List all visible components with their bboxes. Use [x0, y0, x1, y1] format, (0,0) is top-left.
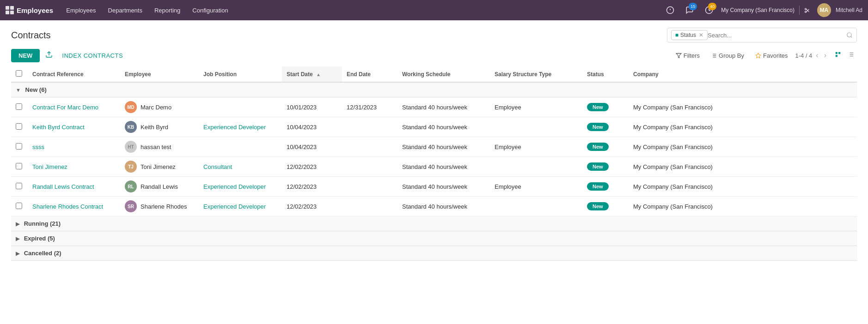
nav-configuration[interactable]: Configuration	[187, 4, 233, 17]
row-end	[342, 137, 397, 157]
groupby-button[interactable]: Group By	[707, 50, 748, 61]
table-row[interactable]: Toni Jimenez TJ Toni Jimenez Consultant …	[11, 157, 857, 177]
group-row[interactable]: ▶ Expired (5)	[11, 231, 857, 246]
top-menu: Employees Departments Reporting Configur…	[61, 4, 659, 17]
header-end[interactable]: End Date	[342, 66, 397, 82]
header-start[interactable]: Start Date ▲	[282, 66, 342, 82]
status-badge: New	[587, 103, 609, 111]
group-toggle-icon: ▶	[16, 236, 19, 241]
row-checkbox[interactable]	[16, 143, 22, 150]
group-row[interactable]: ▶ Cancelled (2)	[11, 246, 857, 261]
row-ref[interactable]: ssss	[28, 137, 120, 157]
support-icon-btn[interactable]	[663, 3, 678, 18]
job-link[interactable]: Consultant	[203, 163, 232, 170]
ref-link[interactable]: Randall Lewis Contract	[32, 183, 94, 190]
svg-rect-18	[838, 52, 840, 54]
group-row[interactable]: ▼ New (6)	[11, 82, 857, 97]
row-checkbox[interactable]	[16, 183, 22, 189]
header-company[interactable]: Company	[629, 66, 857, 82]
row-salary	[490, 197, 582, 216]
job-link[interactable]: Experienced Developer	[203, 124, 266, 131]
table-row[interactable]: Contract For Marc Demo MD Marc Demo 10/0…	[11, 97, 857, 117]
table-row[interactable]: Sharlene Rhodes Contract SR Sharlene Rho…	[11, 197, 857, 216]
row-ref[interactable]: Sharlene Rhodes Contract	[28, 197, 120, 216]
table-row[interactable]: ssss HT hassan test 10/04/2023 Standard …	[11, 137, 857, 157]
ref-link[interactable]: Keith Byrd Contract	[32, 124, 85, 131]
nav-reporting[interactable]: Reporting	[149, 4, 186, 17]
row-checkbox[interactable]	[16, 203, 22, 209]
list-view-btn[interactable]	[845, 49, 857, 61]
table-row[interactable]: Randall Lewis Contract RL Randall Lewis …	[11, 177, 857, 197]
row-employee: TJ Toni Jimenez	[120, 157, 199, 177]
svg-point-5	[805, 11, 806, 12]
star-icon	[755, 53, 761, 59]
group-cell[interactable]: ▶ Expired (5)	[11, 231, 857, 246]
header-salary[interactable]: Salary Structure Type	[490, 66, 582, 82]
employee-cell: KB Keith Byrd	[125, 121, 194, 133]
svg-rect-19	[836, 55, 837, 57]
group-toggle-icon: ▶	[16, 251, 19, 256]
header-checkbox-cell	[11, 66, 28, 82]
row-ref[interactable]: Toni Jimenez	[28, 157, 120, 177]
ref-link[interactable]: Contract For Marc Demo	[32, 104, 98, 111]
row-start: 10/04/2023	[282, 137, 342, 157]
search-icon	[846, 32, 853, 38]
header-ref[interactable]: Contract Reference	[28, 66, 120, 82]
table-row[interactable]: Keith Byrd Contract KB Keith Byrd Experi…	[11, 117, 857, 137]
row-job: Experienced Developer	[199, 177, 282, 197]
row-job: Experienced Developer	[199, 117, 282, 137]
header-working[interactable]: Working Schedule	[397, 66, 490, 82]
groupby-icon	[711, 53, 717, 59]
clock-icon-btn[interactable]: 40	[702, 3, 716, 18]
remove-filter-tag[interactable]: ✕	[699, 32, 703, 38]
filters-button[interactable]: Filters	[672, 50, 703, 61]
prev-page-button[interactable]: ‹	[814, 50, 820, 60]
app-logo[interactable]: Employees	[6, 6, 53, 14]
row-checkbox[interactable]	[16, 123, 22, 130]
kanban-view-btn[interactable]	[832, 49, 844, 61]
select-all-checkbox[interactable]	[16, 70, 22, 77]
row-checkbox[interactable]	[16, 163, 22, 169]
ref-link[interactable]: Sharlene Rhodes Contract	[32, 203, 103, 210]
row-end	[342, 197, 397, 216]
row-status: New	[582, 157, 629, 177]
svg-rect-17	[836, 52, 837, 54]
user-avatar[interactable]: MA	[817, 3, 831, 17]
status-badge: New	[587, 202, 609, 210]
next-page-button[interactable]: ›	[822, 50, 828, 60]
favorites-button[interactable]: Favorites	[752, 50, 791, 61]
job-link[interactable]: Experienced Developer	[203, 183, 266, 190]
index-contracts-button[interactable]: INDEX CONTRACTS	[58, 49, 127, 62]
row-employee: SR Sharlene Rhodes	[120, 197, 199, 216]
row-job	[199, 97, 282, 117]
search-input[interactable]	[708, 32, 846, 39]
row-ref[interactable]: Randall Lewis Contract	[28, 177, 120, 197]
ref-link[interactable]: Toni Jimenez	[32, 163, 67, 170]
nav-employees[interactable]: Employees	[61, 4, 101, 17]
new-button[interactable]: NEW	[11, 49, 40, 62]
ref-link[interactable]: ssss	[32, 144, 44, 150]
row-checkbox[interactable]	[16, 103, 22, 110]
row-ref[interactable]: Keith Byrd Contract	[28, 117, 120, 137]
header-status[interactable]: Status	[582, 66, 629, 82]
group-cell[interactable]: ▶ Running (21)	[11, 216, 857, 231]
row-working: Standard 40 hours/week	[397, 157, 490, 177]
header-employee[interactable]: Employee	[120, 66, 199, 82]
filters-label: Filters	[684, 52, 700, 59]
chat-icon-btn[interactable]: 15	[682, 3, 697, 18]
employee-avatar: HT	[125, 141, 137, 153]
group-row[interactable]: ▶ Running (21)	[11, 216, 857, 231]
row-start: 12/02/2023	[282, 197, 342, 216]
upload-button[interactable]	[42, 48, 56, 63]
row-ref[interactable]: Contract For Marc Demo	[28, 97, 120, 117]
group-cell[interactable]: ▶ Cancelled (2)	[11, 246, 857, 261]
row-start: 12/02/2023	[282, 157, 342, 177]
job-link[interactable]: Experienced Developer	[203, 203, 266, 210]
row-working: Standard 40 hours/week	[397, 197, 490, 216]
employee-cell: HT hassan test	[125, 141, 194, 153]
group-cell[interactable]: ▼ New (6)	[11, 82, 857, 97]
nav-departments[interactable]: Departments	[103, 4, 148, 17]
status-filter-tag: ■ Status ✕	[671, 30, 708, 40]
header-job[interactable]: Job Position	[199, 66, 282, 82]
row-checkbox-cell	[11, 197, 28, 216]
